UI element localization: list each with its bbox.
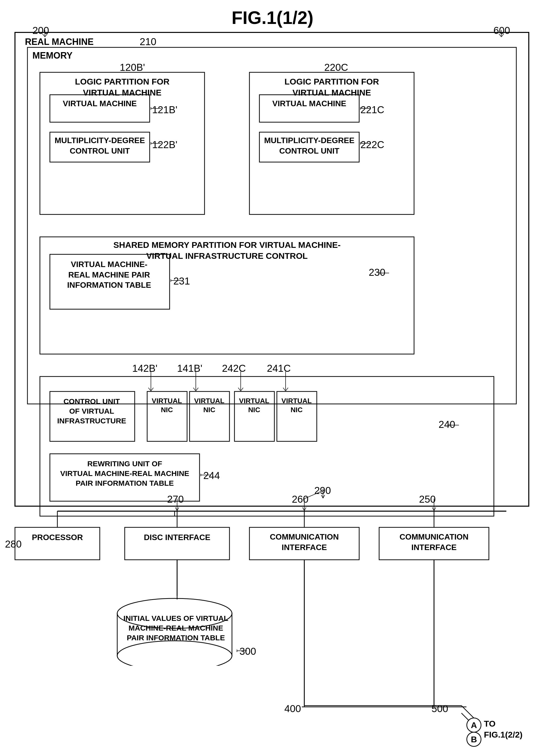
logic-partition-1-label: LOGIC PARTITION FORVIRTUAL MACHINE (41, 76, 203, 98)
initial-values-label: INITIAL VALUES OF VIRTUALMACHINE-REAL MA… (122, 613, 229, 643)
real-machine-label: REAL MACHINE (25, 36, 93, 48)
ref-120B: 120B' (120, 62, 145, 73)
svg-line-57 (193, 388, 196, 391)
disc-interface-label: DISC INTERFACE (126, 532, 228, 543)
ref-220C: 220C (324, 62, 348, 73)
svg-line-40 (501, 34, 504, 37)
svg-line-70 (175, 507, 177, 511)
rewriting-unit-label: REWRITING UNIT OFVIRTUAL MACHINE-REAL MA… (52, 459, 197, 488)
memory-label: MEMORY (32, 50, 73, 62)
ref-400: 400 (285, 703, 301, 714)
ref-210: 210 (140, 36, 156, 47)
svg-line-58 (196, 388, 198, 391)
nic-3-label: VIRTUALNIC (235, 396, 273, 415)
shared-memory-label: SHARED MEMORY PARTITION FOR VIRTUAL MACH… (42, 239, 412, 261)
marker-b: B (466, 732, 481, 747)
nic-1-label: VIRTUALNIC (148, 396, 186, 415)
svg-line-54 (148, 388, 151, 391)
nic-2-label: VIRTUALNIC (190, 396, 228, 415)
svg-line-74 (304, 507, 306, 511)
svg-line-80 (434, 507, 436, 511)
virtual-machine-2-label: VIRTUAL MACHINE (260, 98, 358, 109)
figure-title: FIG.1(1/2) (231, 7, 313, 28)
vm-real-pair-label: VIRTUAL MACHINE-REAL MACHINE PAIRINFORMA… (54, 259, 165, 290)
nic-4-label: VIRTUALNIC (278, 396, 316, 415)
svg-line-76 (321, 495, 323, 498)
svg-line-39 (499, 34, 501, 37)
svg-line-61 (241, 388, 243, 391)
svg-line-79 (432, 507, 434, 511)
comm-interface-2-label: COMMUNICATIONINTERFACE (380, 532, 488, 553)
multiplicity-2-label: MULTIPLICITY-DEGREECONTROL UNIT (260, 135, 358, 156)
svg-line-60 (238, 388, 241, 391)
marker-a: A (466, 718, 481, 733)
logic-partition-2-label: LOGIC PARTITION FORVIRTUAL MACHINE (251, 76, 413, 98)
processor-label: PROCESSOR (16, 532, 98, 543)
comm-interface-1-label: COMMUNICATIONINTERFACE (251, 532, 358, 553)
svg-line-73 (303, 507, 304, 511)
svg-line-55 (151, 388, 153, 391)
svg-line-63 (283, 388, 286, 391)
to-fig-label: TOFIG.1(2/2) (484, 718, 523, 740)
svg-line-77 (323, 495, 325, 498)
multiplicity-1-label: MULTIPLICITY-DEGREECONTROL UNIT (51, 135, 148, 156)
svg-line-64 (286, 388, 288, 391)
svg-line-71 (177, 507, 179, 511)
virtual-machine-1-label: VIRTUAL MACHINE (51, 98, 148, 109)
ref-280: 280 (5, 539, 22, 550)
control-unit-label: CONTROL UNITOF VIRTUALINFRASTRUCTURE (51, 396, 132, 426)
